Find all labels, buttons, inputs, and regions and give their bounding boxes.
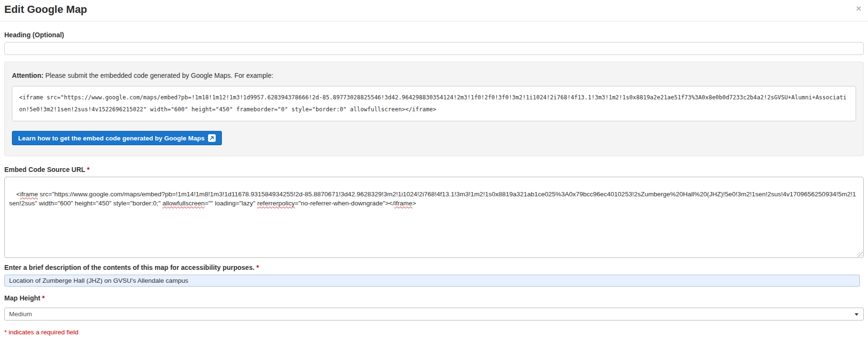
embed-code-segment: > [412,200,416,207]
close-icon: × [856,3,861,13]
map-height-label: Map Height * [4,294,864,302]
embed-code-segment: ="no-referrer-when-downgrade"></ [295,200,395,207]
form-content: Heading (Optional) Attention: Please sub… [0,31,868,336]
close-button[interactable]: × [856,4,861,13]
required-asterisk: * [256,264,259,271]
example-embed-code: <iframe src="https://www.google.com/maps… [12,86,856,121]
heading-label: Heading (Optional) [4,31,864,39]
embed-code-segment: referrerpolicy [257,200,295,207]
embed-url-label-text: Embed Code Source URL [4,166,85,173]
embed-code-segment: < [16,191,20,198]
attention-text: Attention: Please submit the embedded co… [12,72,856,79]
embed-code-textarea[interactable]: <iframe src="https://www.google.com/maps… [4,177,864,258]
description-label-text: Enter a brief description of the content… [4,264,254,271]
required-field-note: * indicates a required field [4,329,864,336]
embed-code-segment: iframe [395,200,413,207]
learn-button-label: Learn how to get the embed code generate… [18,135,205,142]
attention-bold-prefix: Attention: [12,72,43,79]
page-title: Edit Google Map [4,3,864,16]
textarea-resize-grip[interactable] [858,252,863,257]
required-asterisk: * [42,294,44,302]
description-input[interactable] [4,275,860,287]
description-label: Enter a brief description of the content… [4,264,864,271]
modal-header: Edit Google Map × [0,0,868,21]
embed-code-segment: ="" loading="lazy" [205,200,257,207]
embed-code-segment: allowfullscreen [162,200,205,207]
embed-url-label: Embed Code Source URL * [4,166,864,173]
map-height-label-text: Map Height [4,294,40,302]
embed-code-segment: iframe [20,191,38,198]
map-height-select[interactable]: Medium [4,308,864,320]
embed-code-segment: src="https://www.google.com/maps/embed?p… [9,191,856,207]
map-height-select-wrap: Medium [4,308,864,320]
heading-input[interactable] [4,42,864,55]
attention-panel: Attention: Please submit the embedded co… [4,62,864,156]
learn-embed-code-button[interactable]: Learn how to get the embed code generate… [12,131,222,145]
external-link-icon [208,134,216,142]
required-asterisk: * [87,166,89,173]
attention-message: Please submit the embedded code generate… [43,72,273,79]
